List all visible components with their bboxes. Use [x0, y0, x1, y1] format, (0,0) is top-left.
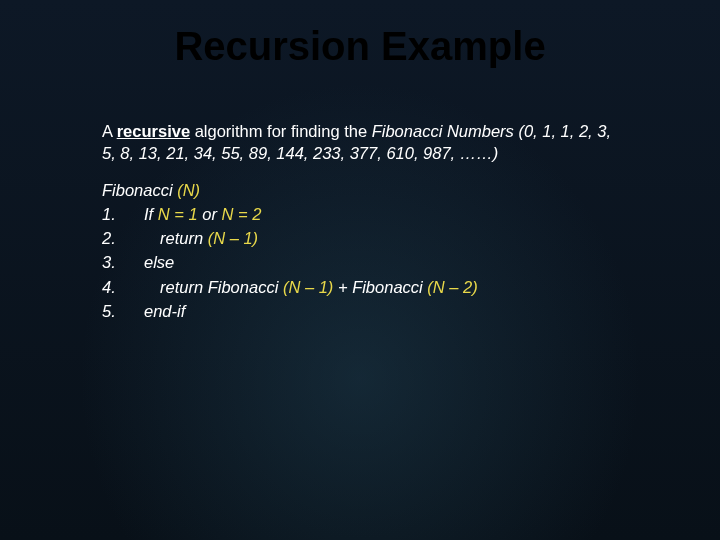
- t: (N – 1): [208, 229, 258, 247]
- t: If: [144, 205, 158, 223]
- content-box: A recursive algorithm for finding the Fi…: [88, 110, 632, 338]
- algo-name-line: Fibonacci (N): [102, 179, 618, 201]
- t: + Fibonacci: [338, 278, 427, 296]
- step-body: return (N – 1): [136, 227, 258, 249]
- algo-arg: (N): [177, 181, 200, 199]
- algo-step-5: 5. end-if: [102, 300, 618, 322]
- step-num: 4.: [102, 276, 136, 298]
- t: N = 1: [158, 205, 198, 223]
- step-num: 2.: [102, 227, 136, 249]
- intro-recursive: recursive: [117, 122, 190, 140]
- algo-step-1: 1. If N = 1 or N = 2: [102, 203, 618, 225]
- step-body: If N = 1 or N = 2: [136, 203, 261, 225]
- algo-step-4: 4. return Fibonacci (N – 1) + Fibonacci …: [102, 276, 618, 298]
- algo-name: Fibonacci: [102, 181, 177, 199]
- step-num: 3.: [102, 251, 136, 273]
- intro-prefix: A: [102, 122, 117, 140]
- step-num: 1.: [102, 203, 136, 225]
- slide-title: Recursion Example: [0, 24, 720, 69]
- t: return: [160, 229, 208, 247]
- t: N = 2: [222, 205, 262, 223]
- intro-text: A recursive algorithm for finding the Fi…: [102, 120, 618, 165]
- t: (N – 1): [283, 278, 338, 296]
- step-num: 5.: [102, 300, 136, 322]
- t: or: [198, 205, 222, 223]
- t: return Fibonacci: [160, 278, 283, 296]
- intro-mid: algorithm for finding the: [190, 122, 372, 140]
- algo-step-3: 3. else: [102, 251, 618, 273]
- algo-step-2: 2. return (N – 1): [102, 227, 618, 249]
- step-body: return Fibonacci (N – 1) + Fibonacci (N …: [136, 276, 478, 298]
- step-body: else: [136, 251, 174, 273]
- step-body: end-if: [136, 300, 185, 322]
- t: (N – 2): [427, 278, 477, 296]
